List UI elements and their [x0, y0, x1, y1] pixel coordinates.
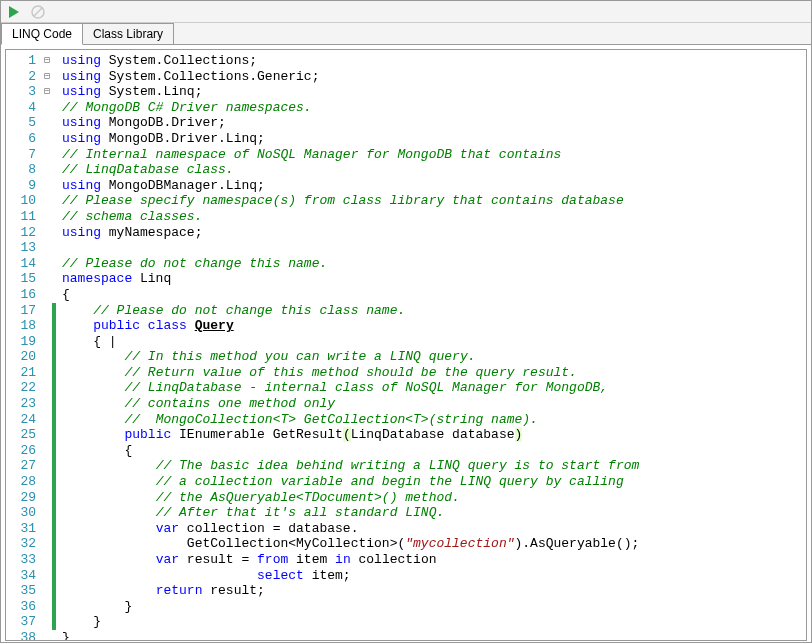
line-number: 1 [6, 53, 38, 69]
run-icon[interactable] [7, 5, 21, 19]
line-number: 25 [6, 427, 38, 443]
line-number: 18 [6, 318, 38, 334]
line-number: 8 [6, 162, 38, 178]
code-line[interactable]: // a collection variable and begin the L… [62, 474, 806, 490]
code-line[interactable]: namespace Linq [62, 271, 806, 287]
code-content[interactable]: using System.Collections;using System.Co… [56, 53, 806, 641]
line-number: 33 [6, 552, 38, 568]
fold-toggle-icon[interactable]: ⊟ [42, 53, 52, 69]
stop-icon[interactable] [31, 5, 45, 19]
code-line[interactable]: using System.Linq; [62, 84, 806, 100]
line-number: 15 [6, 271, 38, 287]
code-line[interactable]: select item; [62, 568, 806, 584]
code-line[interactable]: // schema classes. [62, 209, 806, 225]
code-line[interactable]: using MongoDBManager.Linq; [62, 178, 806, 194]
code-line[interactable]: // LinqDatabase - internal class of NoSQ… [62, 380, 806, 396]
code-line[interactable]: // MongoCollection<T> GetCollection<T>(s… [62, 412, 806, 428]
code-line[interactable]: GetCollection<MyCollection>("mycollectio… [62, 536, 806, 552]
code-line[interactable] [62, 240, 806, 256]
code-line[interactable]: // Please specify namespace(s) from clas… [62, 193, 806, 209]
line-number: 21 [6, 365, 38, 381]
code-line[interactable]: var result = from item in collection [62, 552, 806, 568]
line-number: 12 [6, 225, 38, 241]
line-number: 13 [6, 240, 38, 256]
line-number: 6 [6, 131, 38, 147]
line-number: 32 [6, 536, 38, 552]
code-line[interactable]: using System.Collections.Generic; [62, 69, 806, 85]
line-number: 7 [6, 147, 38, 163]
line-number: 37 [6, 614, 38, 630]
code-editor[interactable]: 1234567891011121314151617181920212223242… [5, 49, 807, 641]
line-number: 11 [6, 209, 38, 225]
code-line[interactable]: // MongoDB C# Driver namespaces. [62, 100, 806, 116]
code-line[interactable]: // LinqDatabase class. [62, 162, 806, 178]
code-line[interactable]: // Internal namespace of NoSQL Manager f… [62, 147, 806, 163]
code-line[interactable]: // Return value of this method should be… [62, 365, 806, 381]
toolbar [1, 1, 811, 23]
code-line[interactable]: } [62, 614, 806, 630]
code-line[interactable]: { | [62, 334, 806, 350]
line-number: 29 [6, 490, 38, 506]
line-number-gutter: 1234567891011121314151617181920212223242… [6, 53, 42, 641]
line-number: 17 [6, 303, 38, 319]
line-number: 20 [6, 349, 38, 365]
line-number: 34 [6, 568, 38, 584]
line-number: 16 [6, 287, 38, 303]
line-number: 38 [6, 630, 38, 641]
line-number: 30 [6, 505, 38, 521]
code-line[interactable]: // Please do not change this name. [62, 256, 806, 272]
code-line[interactable]: } [62, 630, 806, 641]
line-number: 36 [6, 599, 38, 615]
code-line[interactable]: public IEnumerable GetResult(LinqDatabas… [62, 427, 806, 443]
line-number: 35 [6, 583, 38, 599]
code-line[interactable]: } [62, 599, 806, 615]
fold-column[interactable]: ⊟⊟⊟ [42, 53, 52, 641]
line-number: 22 [6, 380, 38, 396]
line-number: 24 [6, 412, 38, 428]
code-line[interactable]: public class Query [62, 318, 806, 334]
line-number: 5 [6, 115, 38, 131]
line-number: 28 [6, 474, 38, 490]
line-number: 31 [6, 521, 38, 537]
code-line[interactable]: using System.Collections; [62, 53, 806, 69]
tab-class-library[interactable]: Class Library [82, 23, 174, 44]
line-number: 19 [6, 334, 38, 350]
code-line[interactable]: using myNamespace; [62, 225, 806, 241]
code-line[interactable]: { [62, 287, 806, 303]
code-line[interactable]: // The basic idea behind writing a LINQ … [62, 458, 806, 474]
svg-marker-0 [9, 6, 19, 18]
svg-line-2 [34, 8, 42, 16]
fold-toggle-icon[interactable]: ⊟ [42, 84, 52, 100]
code-line[interactable]: var collection = database. [62, 521, 806, 537]
line-number: 14 [6, 256, 38, 272]
code-line[interactable]: { [62, 443, 806, 459]
code-line[interactable]: // Please do not change this class name. [62, 303, 806, 319]
tab-strip: LINQ Code Class Library [1, 23, 811, 45]
code-line[interactable]: // the AsQueryable<TDocument>() method. [62, 490, 806, 506]
line-number: 23 [6, 396, 38, 412]
code-line[interactable]: using MongoDB.Driver; [62, 115, 806, 131]
line-number: 2 [6, 69, 38, 85]
line-number: 9 [6, 178, 38, 194]
tab-linq-code[interactable]: LINQ Code [1, 23, 83, 45]
code-line[interactable]: // contains one method only [62, 396, 806, 412]
line-number: 10 [6, 193, 38, 209]
line-number: 27 [6, 458, 38, 474]
fold-toggle-icon[interactable]: ⊟ [42, 69, 52, 85]
code-line[interactable]: // After that it's all standard LINQ. [62, 505, 806, 521]
code-line[interactable]: using MongoDB.Driver.Linq; [62, 131, 806, 147]
code-line[interactable]: // In this method you can write a LINQ q… [62, 349, 806, 365]
code-line[interactable]: return result; [62, 583, 806, 599]
line-number: 26 [6, 443, 38, 459]
line-number: 3 [6, 84, 38, 100]
line-number: 4 [6, 100, 38, 116]
